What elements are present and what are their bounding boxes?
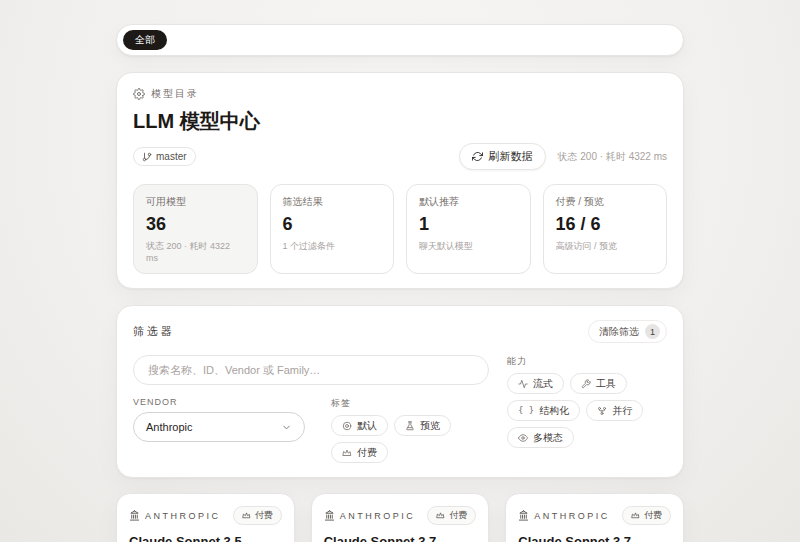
stat-card-available-models: 可用模型 36 状态 200 · 耗时 4322 ms [133,184,258,274]
tag-pill-label: 付费 [357,447,377,458]
vendor-selected-value: Anthropic [146,421,192,433]
capability-pill-tools[interactable]: 工具 [570,373,627,394]
tags-pill-row: 默认 预览 付费 [331,415,489,463]
filter-header: 筛选器 清除筛选 1 [133,320,667,343]
stat-sub: 聊天默认模型 [419,240,518,253]
eye-icon [518,433,528,443]
vendor-row: ANTHROPIC [324,510,416,521]
fork-icon [597,406,607,416]
crown-icon [631,511,640,520]
crown-icon [436,511,445,520]
model-card-claude-sonnet-3-5[interactable]: ANTHROPIC 付费 Claude Sonnet 3.5 展示分类 : ve… [116,493,295,542]
branch-icon [142,152,152,162]
capability-pill-multimodal[interactable]: 多模态 [507,427,574,448]
capability-label: 能力 [507,355,667,368]
capability-pill-label: 多模态 [533,432,563,443]
breadcrumb: 模型目录 [133,87,667,101]
page-container: 全部 模型目录 LLM 模型中心 master 刷新数据 状态 200 · 耗时… [116,0,684,542]
building-icon [324,510,335,521]
stat-label: 可用模型 [146,195,245,209]
status-text: 状态 200 · 耗时 4322 ms [558,150,667,164]
crown-icon [342,448,352,458]
page-title: LLM 模型中心 [133,108,667,135]
filter-body: VENDOR Anthropic 标签 默认 [133,355,667,463]
wrench-icon [581,379,591,389]
capability-pill-label: 流式 [533,378,553,389]
model-title: Claude Sonnet 3.5 [129,534,282,542]
vendor-name: ANTHROPIC [534,511,610,521]
tags-label: 标签 [331,397,489,410]
target-icon [342,421,352,431]
wave-icon [518,379,528,389]
stat-value: 36 [146,214,245,235]
model-card-header: ANTHROPIC 付费 [129,506,282,525]
branch-label: master [156,151,187,162]
stat-label: 付费 / 预览 [556,195,655,209]
clear-filters-button[interactable]: 清除筛选 1 [588,320,667,343]
stat-value: 16 / 6 [556,214,655,235]
vendor-select[interactable]: Anthropic [133,412,305,442]
stat-sub: 1 个过滤条件 [283,240,382,253]
model-card-claude-sonnet-3-7-thinking[interactable]: ANTHROPIC 付费 Claude Sonnet 3.7 Thinking … [505,493,684,542]
vendor-label: VENDOR [133,397,305,407]
scope-chip-all[interactable]: 全部 [123,30,167,50]
tag-pill-label: 默认 [357,420,377,431]
tag-pill-label: 预览 [420,420,440,431]
refresh-label: 刷新数据 [489,149,533,164]
model-card-grid: ANTHROPIC 付费 Claude Sonnet 3.5 展示分类 : ve… [116,493,684,542]
filter-left-column: VENDOR Anthropic 标签 默认 [133,355,489,463]
tags-filter-block: 标签 默认 预览 付费 [331,397,489,463]
refresh-data-button[interactable]: 刷新数据 [459,143,546,170]
stat-label: 筛选结果 [283,195,382,209]
refresh-icon [472,151,483,162]
capability-pill-streaming[interactable]: 流式 [507,373,564,394]
chevron-down-icon [281,422,292,433]
stat-value: 1 [419,214,518,235]
paid-badge: 付费 [622,506,671,525]
capability-pill-parallel[interactable]: 并行 [586,400,643,421]
search-input[interactable] [133,355,489,385]
capability-filter-block: 能力 流式 工具 { } 结构化 [507,355,667,463]
braces-icon: { } [518,406,534,416]
filter-card: 筛选器 清除筛选 1 VENDOR Anthropic [116,305,684,478]
header-meta-right: 刷新数据 状态 200 · 耗时 4322 ms [459,143,667,170]
tag-pill-preview[interactable]: 预览 [394,415,451,436]
gear-icon [133,88,145,100]
stats-grid: 可用模型 36 状态 200 · 耗时 4322 ms 筛选结果 6 1 个过滤… [133,184,667,274]
top-scope-bar: 全部 [116,24,684,56]
eyebrow-label: 模型目录 [151,87,199,101]
vendor-row: ANTHROPIC [129,510,221,521]
capability-pill-structured[interactable]: { } 结构化 [507,400,580,421]
building-icon [518,510,529,521]
stat-label: 默认推荐 [419,195,518,209]
vendor-row: ANTHROPIC [518,510,610,521]
capability-pill-label: 结构化 [539,405,569,416]
vendor-name: ANTHROPIC [145,511,221,521]
stat-card-filter-results: 筛选结果 6 1 个过滤条件 [270,184,395,274]
stat-card-default-recommended: 默认推荐 1 聊天默认模型 [406,184,531,274]
vendor-name: ANTHROPIC [340,511,416,521]
crown-icon [242,511,251,520]
stat-sub: 高级访问 / 预览 [556,240,655,253]
paid-badge-label: 付费 [644,509,662,522]
model-title: Claude Sonnet 3.7 Thinking [518,534,671,542]
model-card-claude-sonnet-3-7[interactable]: ANTHROPIC 付费 Claude Sonnet 3.7 展示分类 : ve… [311,493,490,542]
clear-filters-label: 清除筛选 [599,325,639,339]
capability-pill-label: 并行 [612,405,632,416]
building-icon [129,510,140,521]
branch-badge: master [133,147,196,166]
capability-pill-row: 流式 工具 { } 结构化 并行 [507,373,667,448]
flask-icon [405,421,415,431]
tag-pill-paid[interactable]: 付费 [331,442,388,463]
stat-card-paid-preview: 付费 / 预览 16 / 6 高级访问 / 预览 [543,184,668,274]
capability-pill-label: 工具 [596,378,616,389]
stat-value: 6 [283,214,382,235]
filter-title: 筛选器 [133,324,175,339]
paid-badge-label: 付费 [449,509,467,522]
model-card-header: ANTHROPIC 付费 [324,506,477,525]
header-card: 模型目录 LLM 模型中心 master 刷新数据 状态 200 · 耗时 43… [116,72,684,289]
paid-badge-label: 付费 [255,509,273,522]
paid-badge: 付费 [427,506,476,525]
tag-pill-default[interactable]: 默认 [331,415,388,436]
model-title: Claude Sonnet 3.7 [324,534,477,542]
